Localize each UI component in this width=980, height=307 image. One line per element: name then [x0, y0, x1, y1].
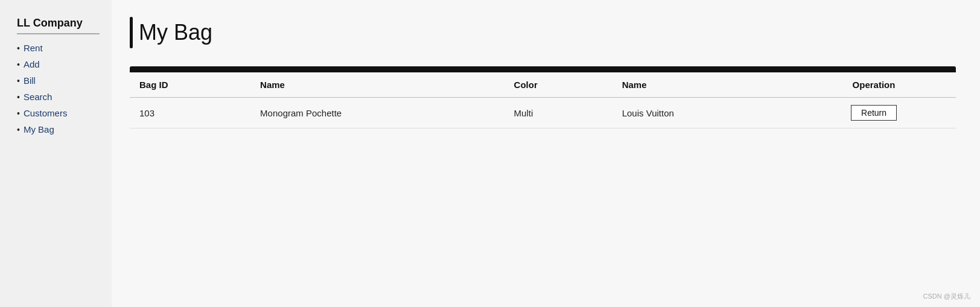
- main-content: My Bag Bag ID Name Color Name Operation …: [112, 0, 980, 307]
- page-title-bar: [130, 17, 133, 48]
- bag-table: Bag ID Name Color Name Operation 103 Mon…: [130, 72, 956, 128]
- col-header-name: Name: [250, 72, 504, 98]
- col-header-bag-id: Bag ID: [130, 72, 250, 98]
- page-title: My Bag: [139, 20, 212, 45]
- col-header-brand: Name: [612, 72, 792, 98]
- col-header-operation: Operation: [792, 72, 956, 98]
- table-container: Bag ID Name Color Name Operation 103 Mon…: [130, 66, 956, 128]
- table-header-row: Bag ID Name Color Name Operation: [130, 72, 956, 98]
- sidebar-item-customers[interactable]: Customers: [17, 108, 100, 118]
- sidebar-link-rent[interactable]: Rent: [24, 43, 43, 53]
- page-title-container: My Bag: [130, 17, 956, 48]
- return-button[interactable]: Return: [851, 105, 897, 121]
- sidebar-item-mybag[interactable]: My Bag: [17, 124, 100, 135]
- sidebar-link-mybag[interactable]: My Bag: [24, 124, 54, 135]
- sidebar: LL Company Rent Add Bill Search Customer…: [0, 0, 112, 307]
- sidebar-nav: Rent Add Bill Search Customers My Bag: [17, 43, 100, 135]
- sidebar-item-add[interactable]: Add: [17, 59, 100, 69]
- sidebar-link-search[interactable]: Search: [24, 92, 52, 102]
- sidebar-item-search[interactable]: Search: [17, 92, 100, 102]
- watermark: CSDN @灵烁儿: [923, 292, 970, 301]
- cell-name: Monogram Pochette: [250, 98, 504, 128]
- cell-brand: Louis Vuitton: [612, 98, 792, 128]
- cell-bag-id: 103: [130, 98, 250, 128]
- sidebar-item-bill[interactable]: Bill: [17, 75, 100, 86]
- sidebar-item-rent[interactable]: Rent: [17, 43, 100, 53]
- sidebar-title: LL Company: [17, 17, 100, 34]
- cell-color: Multi: [504, 98, 612, 128]
- sidebar-link-add[interactable]: Add: [24, 59, 40, 69]
- table-header-bar: [130, 66, 956, 72]
- sidebar-link-customers[interactable]: Customers: [24, 108, 68, 118]
- col-header-color: Color: [504, 72, 612, 98]
- cell-operation: Return: [792, 98, 956, 128]
- sidebar-link-bill[interactable]: Bill: [24, 75, 36, 86]
- table-row: 103 Monogram Pochette Multi Louis Vuitto…: [130, 98, 956, 128]
